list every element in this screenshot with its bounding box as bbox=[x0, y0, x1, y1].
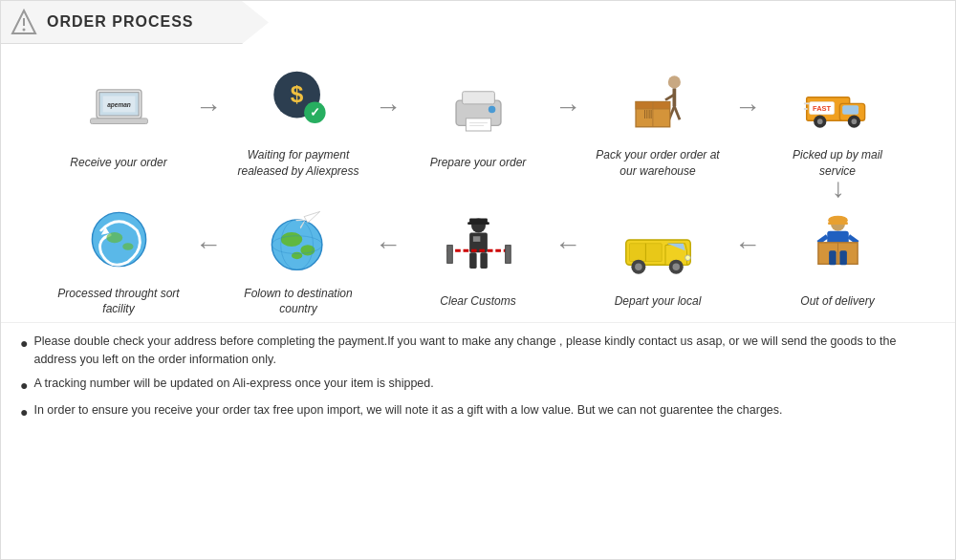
svg-point-58 bbox=[672, 264, 680, 271]
svg-rect-64 bbox=[472, 237, 480, 243]
truck-icon: FAST bbox=[799, 63, 876, 140]
svg-point-17 bbox=[488, 106, 495, 114]
step-pack-label: Pack your order order at our warehouse bbox=[596, 147, 720, 180]
laptop-icon: apeman bbox=[80, 71, 157, 147]
down-arrow: ↓ bbox=[743, 175, 896, 202]
svg-rect-13 bbox=[462, 92, 494, 104]
bullet-3: ● bbox=[20, 402, 28, 422]
globe-swirl-icon bbox=[80, 202, 157, 278]
svg-rect-62 bbox=[467, 223, 489, 226]
svg-line-42 bbox=[817, 237, 826, 244]
svg-line-22 bbox=[674, 106, 680, 119]
arrow-6: ← bbox=[554, 229, 581, 260]
globe-plane-icon bbox=[260, 202, 337, 278]
step-pack: |||| Pack your order order at our wareho… bbox=[581, 63, 734, 180]
arrow-2: → bbox=[375, 92, 402, 122]
delivery-man-icon bbox=[799, 209, 876, 286]
svg-text:$: $ bbox=[290, 80, 303, 106]
svg-rect-46 bbox=[829, 251, 836, 266]
step-payment: $ ✓ Waiting for payment realeased by Ali… bbox=[222, 63, 375, 180]
note-3-text: In order to ensure you receive your orde… bbox=[33, 401, 782, 420]
step-mail: FAST Picked up by mail service bbox=[761, 63, 914, 180]
svg-rect-7 bbox=[90, 118, 147, 124]
svg-rect-66 bbox=[480, 253, 488, 269]
header-title: ORDER PROCESS bbox=[47, 13, 193, 31]
arrow-3: → bbox=[554, 92, 581, 122]
header-icon bbox=[11, 9, 37, 35]
svg-text:✓: ✓ bbox=[309, 105, 319, 119]
process-top-row: apeman Receive your order → $ ✓ bbox=[1, 44, 955, 180]
svg-rect-69 bbox=[505, 246, 511, 264]
svg-rect-40 bbox=[828, 223, 848, 226]
step-prepare: Prepare your order bbox=[402, 71, 554, 171]
svg-line-43 bbox=[848, 237, 857, 244]
step-customs: Clear Customs bbox=[402, 209, 554, 310]
note-1-text: Please double check your address before … bbox=[33, 333, 936, 369]
step-destination: Folown to destination country bbox=[222, 202, 375, 318]
bullet-1: ● bbox=[20, 334, 28, 354]
svg-marker-76 bbox=[304, 208, 321, 223]
step-out-delivery-label: Out of delivery bbox=[800, 293, 874, 310]
step-payment-label: Waiting for payment realeased by Aliexpr… bbox=[236, 147, 360, 180]
svg-rect-68 bbox=[446, 246, 452, 264]
step-out-delivery: Out of delivery bbox=[761, 209, 914, 310]
customs-icon bbox=[440, 209, 516, 286]
svg-point-73 bbox=[292, 252, 302, 260]
step-customs-label: Clear Customs bbox=[440, 293, 515, 310]
svg-point-82 bbox=[122, 243, 133, 250]
printer-icon bbox=[440, 71, 516, 147]
note-2-text: A tracking number will be updated on Ali… bbox=[33, 375, 433, 393]
svg-point-56 bbox=[635, 264, 642, 271]
step-destination-label: Folown to destination country bbox=[236, 286, 360, 318]
svg-point-71 bbox=[280, 232, 302, 247]
step-prepare-label: Prepare your order bbox=[430, 155, 527, 171]
svg-point-59 bbox=[684, 255, 690, 261]
main-container: ORDER PROCESS apeman Receive your order … bbox=[0, 0, 956, 560]
note-1: ● Please double check your address befor… bbox=[20, 333, 936, 369]
svg-rect-47 bbox=[839, 251, 847, 266]
arrow-1: → bbox=[195, 92, 222, 122]
process-bottom-row: Out of delivery ← bbox=[1, 197, 955, 323]
svg-rect-65 bbox=[469, 253, 477, 269]
step-receive-order: apeman Receive your order bbox=[42, 71, 195, 171]
note-2: ● A tracking number will be updated on A… bbox=[20, 375, 936, 396]
step-sort-label: Processed throught sort facility bbox=[56, 286, 181, 318]
note-3: ● In order to ensure you receive your or… bbox=[20, 401, 936, 422]
payment-icon: $ ✓ bbox=[260, 63, 337, 140]
svg-rect-14 bbox=[466, 118, 490, 131]
header-section: ORDER PROCESS bbox=[1, 1, 269, 44]
svg-rect-29 bbox=[842, 105, 858, 114]
svg-text:FAST: FAST bbox=[813, 103, 832, 112]
step-sort: Processed throught sort facility bbox=[42, 202, 195, 318]
svg-text:apeman: apeman bbox=[107, 101, 131, 109]
arrow-5: ← bbox=[734, 229, 761, 260]
step-depart: Depart your local bbox=[581, 209, 734, 310]
step-depart-label: Depart your local bbox=[615, 293, 702, 310]
van-icon bbox=[619, 209, 696, 286]
svg-point-18 bbox=[667, 75, 680, 88]
svg-point-33 bbox=[851, 118, 857, 124]
box-icon: |||| bbox=[619, 63, 696, 140]
arrow-7: ← bbox=[375, 229, 402, 260]
svg-point-2 bbox=[23, 29, 26, 32]
svg-point-81 bbox=[106, 232, 122, 243]
notes-section: ● Please double check your address befor… bbox=[1, 322, 955, 438]
step-receive-label: Receive your order bbox=[70, 155, 166, 171]
arrow-8: ← bbox=[195, 229, 222, 260]
svg-point-31 bbox=[816, 118, 822, 124]
arrow-4: → bbox=[734, 92, 761, 122]
svg-text:||||: |||| bbox=[643, 109, 652, 118]
bullet-2: ● bbox=[20, 376, 28, 396]
